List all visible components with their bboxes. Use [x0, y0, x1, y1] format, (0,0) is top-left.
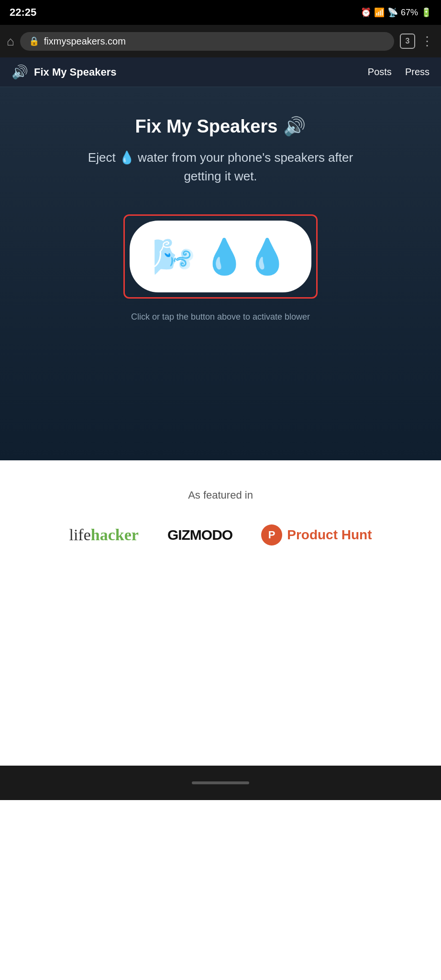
- status-time: 22:25: [10, 6, 36, 19]
- tab-count[interactable]: 3: [400, 33, 415, 49]
- nav-title: Fix My Speakers: [34, 66, 116, 78]
- empty-space: [0, 574, 441, 766]
- status-bar: 22:25 ⏰ 📶 📡 67% 🔋: [0, 0, 441, 25]
- lock-icon: 🔒: [29, 36, 39, 46]
- producthunt-logo: P Product Hunt: [261, 524, 372, 546]
- hero-title-text: Fix My Speakers: [135, 116, 278, 137]
- water-drops-emoji: 💧💧: [203, 236, 289, 277]
- site-nav: 🔊 Fix My Speakers Posts Press: [0, 57, 441, 87]
- nav-speaker-icon: 🔊: [11, 64, 28, 80]
- hero-section: Fix My Speakers 🔊 Eject 💧 water from you…: [0, 87, 441, 460]
- nav-links: Posts Press: [368, 67, 430, 78]
- site-nav-left: 🔊 Fix My Speakers: [11, 64, 116, 80]
- lifehacker-logo: lifehacker: [69, 526, 138, 544]
- status-icons: ⏰ 📶 📡 67% 🔋: [361, 7, 431, 18]
- url-text: fixmyspeakers.com: [44, 36, 126, 47]
- battery-level: 67%: [401, 8, 418, 18]
- battery-icon: 🔋: [421, 7, 431, 18]
- lifehacker-text: life: [69, 526, 90, 544]
- hero-title-icon: 🔊: [283, 116, 306, 137]
- water-emoji: 💧: [119, 150, 134, 165]
- bottom-nav: [0, 766, 441, 800]
- ph-p-letter: P: [268, 529, 276, 541]
- producthunt-text: Product Hunt: [287, 527, 372, 543]
- featured-logos: lifehacker GIZMODO P Product Hunt: [69, 524, 372, 546]
- browser-bar: ⌂ 🔒 fixmyspeakers.com 3 ⋮: [0, 25, 441, 57]
- home-icon[interactable]: ⌂: [7, 34, 14, 49]
- url-bar[interactable]: 🔒 fixmyspeakers.com: [20, 32, 394, 51]
- wind-emoji: 🌬️: [152, 236, 195, 277]
- hero-subtitle: Eject 💧 water from your phone's speakers…: [72, 148, 369, 186]
- nav-posts-link[interactable]: Posts: [368, 67, 392, 78]
- signal-icon: 📡: [387, 7, 398, 18]
- alarm-icon: ⏰: [361, 7, 371, 18]
- more-icon[interactable]: ⋮: [421, 34, 434, 49]
- nav-press-link[interactable]: Press: [405, 67, 430, 78]
- blower-hint: Click or tap the button above to activat…: [131, 312, 310, 322]
- featured-title: As featured in: [188, 489, 253, 501]
- wifi-icon: 📶: [374, 7, 385, 18]
- featured-section: As featured in lifehacker GIZMODO P Prod…: [0, 460, 441, 574]
- producthunt-icon: P: [261, 524, 282, 546]
- blower-button[interactable]: 🌬️ 💧💧: [130, 221, 311, 292]
- hero-title: Fix My Speakers 🔊: [135, 116, 306, 137]
- gizmodo-logo: GIZMODO: [167, 527, 232, 543]
- nav-handle[interactable]: [192, 781, 249, 784]
- blower-button-wrapper[interactable]: 🌬️ 💧💧: [123, 214, 318, 299]
